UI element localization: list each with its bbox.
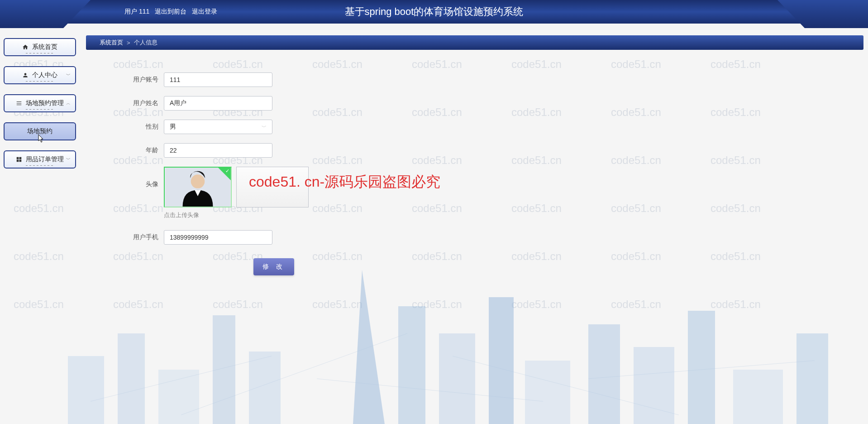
label-gender: 性别 (131, 123, 158, 131)
label-name: 用户姓名 (131, 99, 158, 107)
sidebar-item-home[interactable]: 系统首页 (4, 38, 76, 56)
main-content: 系统首页 > 个人信息 用户账号 用户姓名 性别 男 ﹀ 年龄 头像 (86, 35, 863, 424)
label-account: 用户账号 (131, 76, 158, 84)
label-phone: 用户手机 (131, 233, 158, 241)
breadcrumb: 系统首页 > 个人信息 (86, 35, 863, 50)
sidebar-item-venue-reserve[interactable]: 场地预约 (4, 122, 76, 140)
app-title: 基于spring boot的体育场馆设施预约系统 (345, 5, 524, 19)
sidebar-item-profile[interactable]: 个人中心 ﹀ (4, 66, 76, 84)
select-gender[interactable]: 男 ﹀ (164, 120, 272, 134)
app-header: 用户 111 退出到前台 退出登录 基于spring boot的体育场馆设施预约… (0, 0, 868, 24)
sidebar-item-label: 场地预约 (27, 127, 52, 135)
avatar-preview[interactable] (164, 167, 232, 207)
sidebar-item-label: 场地预约管理 (26, 99, 64, 107)
avatar-upload-box[interactable] (236, 167, 309, 207)
label-age: 年龄 (131, 146, 158, 154)
input-account[interactable] (164, 72, 272, 87)
sidebar-nav: 系统首页 个人中心 ﹀ 场地预约管理 ︿ 场地预约 用品订单管理 ﹀ (4, 38, 76, 178)
sidebar-item-venue-mgmt[interactable]: 场地预约管理 ︿ (4, 94, 76, 112)
chevron-down-icon: ﹀ (66, 72, 71, 78)
list-icon (16, 100, 22, 106)
sidebar-item-order-mgmt[interactable]: 用品订单管理 ﹀ (4, 150, 76, 169)
home-icon (22, 44, 29, 50)
grid-icon (16, 156, 22, 163)
chevron-down-icon: ﹀ (262, 124, 267, 130)
input-name[interactable] (164, 96, 272, 111)
chevron-down-icon: ﹀ (66, 156, 71, 163)
breadcrumb-root[interactable]: 系统首页 (100, 39, 123, 47)
person-icon (22, 72, 29, 78)
breadcrumb-current: 个人信息 (134, 39, 157, 47)
profile-form: 用户账号 用户姓名 性别 男 ﹀ 年龄 头像 (86, 50, 863, 275)
exit-to-front-link[interactable]: 退出到前台 (155, 8, 186, 16)
submit-button[interactable]: 修 改 (253, 258, 294, 275)
sidebar-item-label: 用品订单管理 (26, 155, 64, 164)
select-gender-value: 男 (170, 123, 176, 131)
breadcrumb-separator: > (127, 39, 130, 46)
sidebar-item-label: 系统首页 (32, 43, 57, 51)
header-user-area: 用户 111 退出到前台 退出登录 (124, 8, 217, 16)
input-phone[interactable] (164, 230, 272, 245)
sidebar-item-label: 个人中心 (32, 71, 57, 79)
avatar-upload-hint: 点击上传头像 (164, 211, 863, 219)
chevron-up-icon: ︿ (66, 100, 71, 106)
logout-link[interactable]: 退出登录 (192, 8, 217, 16)
label-avatar: 头像 (131, 180, 158, 188)
svg-point-1 (191, 174, 205, 188)
current-user-label: 用户 111 (124, 8, 149, 16)
input-age[interactable] (164, 143, 272, 158)
